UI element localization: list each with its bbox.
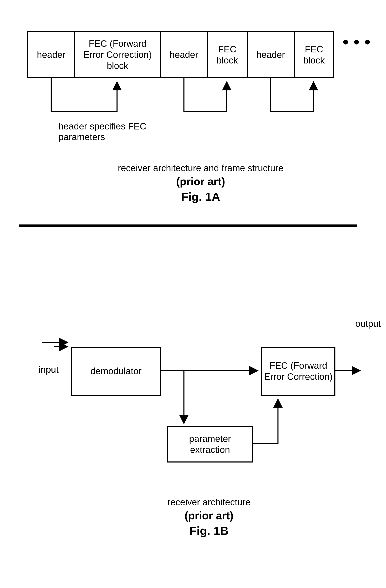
input-label-top: input	[39, 364, 68, 375]
page: header FEC (ForwardError Correction)bloc…	[0, 0, 386, 588]
input-arrow-fix	[0, 0, 386, 588]
